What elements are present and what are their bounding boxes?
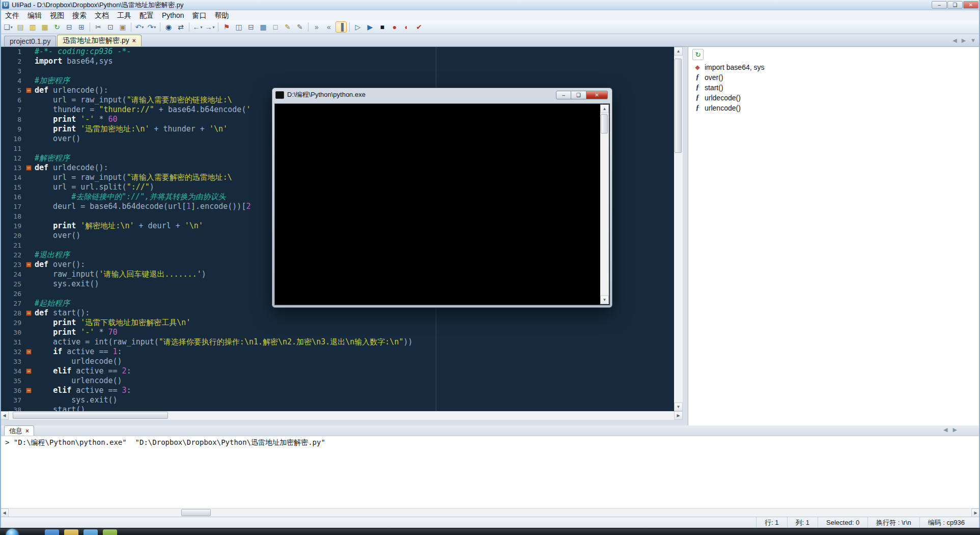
console-output[interactable]: ▲ ▼ (274, 103, 610, 305)
taskbar[interactable] (0, 528, 980, 535)
dropdown-caret-icon[interactable]: ▾ (142, 25, 144, 30)
code-line[interactable]: 4#加密程序 (0, 76, 674, 86)
scroll-left-arrow[interactable]: ◀ (0, 411, 9, 420)
run-button[interactable]: ▷ (352, 21, 363, 33)
taskbar-icon[interactable] (64, 529, 78, 535)
tab-nav-arrow[interactable]: ▶ (962, 37, 966, 44)
menu-item[interactable]: 工具 (113, 10, 135, 20)
tab-messages[interactable]: 信息 × (4, 425, 34, 436)
dropdown-caret-icon[interactable]: ▾ (154, 25, 156, 30)
outline-item[interactable]: ◆import base64, sys (688, 62, 980, 72)
fold-marker-icon[interactable]: − (26, 165, 32, 171)
print-preview-button[interactable]: ⊞ (76, 21, 87, 33)
refresh-outline-button[interactable]: ↻ (692, 49, 704, 60)
code-line[interactable]: 2import base64,sys (0, 57, 674, 66)
messages-horizontal-scrollbar[interactable]: ◀ ▶ (0, 508, 980, 517)
menu-item[interactable]: 配置 (135, 10, 158, 20)
fold-marker-icon[interactable]: − (26, 388, 32, 393)
fold-margin[interactable]: − (24, 366, 33, 376)
stop-button[interactable]: ■ (377, 21, 388, 33)
editor-vertical-scrollbar[interactable]: ▲ ▼ (674, 47, 683, 411)
find-button[interactable]: ◉ (163, 21, 174, 33)
fold-margin[interactable]: − (24, 347, 33, 357)
close-button[interactable]: ✕ (963, 1, 978, 9)
fold-marker-icon[interactable]: − (26, 349, 32, 355)
code-line[interactable]: 30 print '-' * 70 (0, 328, 674, 337)
bottom-nav-arrow[interactable]: ▶ (953, 426, 957, 433)
scroll-up-arrow[interactable]: ▲ (600, 104, 609, 113)
menu-item[interactable]: 文件 (1, 10, 23, 20)
cut-button[interactable]: ✂ (93, 21, 104, 33)
code-line[interactable]: 31 active = int(raw_input("请选择你要执行的操作:\n… (0, 337, 674, 347)
fold-marker-icon[interactable]: − (26, 310, 32, 316)
panel-splitter-vertical[interactable] (683, 47, 688, 425)
tab-nav-arrow[interactable]: ◀ (953, 37, 957, 44)
code-line[interactable]: 32− if active == 1: (0, 347, 674, 357)
replace-button[interactable]: ⇄ (175, 21, 186, 33)
menu-item[interactable]: 帮助 (211, 10, 233, 20)
run-script-button[interactable]: ▶ (365, 21, 376, 33)
print-button[interactable]: ⊟ (64, 21, 75, 33)
code-line[interactable]: 33 urldecode() (0, 357, 674, 366)
paste-button[interactable]: ▣ (117, 21, 128, 33)
undo-button[interactable]: ↶▾ (134, 21, 145, 33)
code-line[interactable]: 35 urlencode() (0, 376, 674, 386)
outline-item[interactable]: ƒover() (688, 72, 980, 83)
split-vertical-button[interactable]: ⊟ (245, 21, 257, 33)
go-back-button[interactable]: ←▾ (192, 21, 203, 33)
taskbar-icon[interactable] (83, 529, 98, 535)
console-window[interactable]: D:\编程\Python\python.exe – ❑ ✕ ▲ ▼ (272, 88, 612, 308)
copy-button[interactable]: ⊡ (105, 21, 116, 33)
redo-button[interactable]: ↷▾ (146, 21, 157, 33)
menu-item[interactable]: 文档 (91, 10, 113, 20)
message-panel[interactable]: > "D:\编程\Python\python.exe" "D:\Dropbox\… (0, 436, 980, 508)
tab-close-icon[interactable]: × (132, 37, 136, 44)
new-file-button[interactable]: ❏▾ (3, 21, 14, 33)
coverage-button[interactable]: ◐ (401, 21, 412, 33)
dropdown-caret-icon[interactable]: ▾ (200, 25, 202, 30)
scroll-left-arrow[interactable]: ◀ (0, 509, 9, 517)
panel-splitter-horizontal[interactable] (0, 420, 683, 425)
menu-item[interactable]: 编辑 (23, 10, 46, 20)
split-horizontal-button[interactable]: ◫ (233, 21, 244, 33)
code-line[interactable]: 38 start() (0, 405, 674, 411)
save-all-button[interactable]: ▦ (39, 21, 50, 33)
console-scrollbar[interactable]: ▲ ▼ (600, 104, 609, 304)
split-grid-button[interactable]: ▦ (258, 21, 269, 33)
scroll-right-arrow[interactable]: ▶ (674, 411, 683, 420)
taskbar-icon[interactable] (103, 529, 117, 535)
maximize-button[interactable]: ❑ (947, 1, 963, 9)
fold-margin[interactable]: − (24, 260, 33, 270)
tab-active-document[interactable]: 迅雷地址加密解密.py× (57, 35, 142, 46)
code-line[interactable]: 37 sys.exit() (0, 395, 674, 405)
dropdown-caret-icon[interactable]: ▾ (11, 25, 13, 30)
editor-vscroll-thumb[interactable] (675, 59, 682, 153)
go-forward-button[interactable]: →▾ (204, 21, 215, 33)
editor-hscroll-thumb[interactable] (13, 412, 168, 419)
edge-column-toggle-button[interactable]: ▐ (335, 21, 347, 33)
code-line[interactable]: 28−def start(): (0, 308, 674, 318)
console-title-bar[interactable]: D:\编程\Python\python.exe – ❑ ✕ (272, 88, 612, 101)
macro-button[interactable]: ✎ (294, 21, 305, 33)
fold-margin[interactable]: − (24, 308, 33, 318)
scroll-down-arrow[interactable]: ▼ (674, 403, 683, 411)
console-close-button[interactable]: ✕ (586, 91, 608, 99)
open-file-button[interactable]: ▤ (15, 21, 26, 33)
console-scroll-thumb[interactable] (601, 114, 608, 133)
start-button[interactable] (6, 529, 18, 535)
messages-tab-close-icon[interactable]: × (25, 427, 29, 435)
outline-item[interactable]: ƒurldecode() (688, 93, 980, 103)
tab-document[interactable]: project0.1.py (4, 36, 56, 46)
messages-hscroll-thumb[interactable] (181, 509, 211, 516)
minimize-button[interactable]: – (932, 1, 947, 9)
snippet-button[interactable]: ✎ (282, 21, 293, 33)
dedent-button[interactable]: « (323, 21, 334, 33)
fold-marker-icon[interactable]: − (26, 262, 32, 268)
save-file-button[interactable]: ▥ (27, 21, 38, 33)
code-line[interactable]: 3 (0, 66, 674, 76)
menu-item[interactable]: 窗口 (188, 10, 211, 20)
menu-item[interactable]: Python (158, 10, 188, 20)
tab-nav-arrow[interactable]: ▼ (970, 37, 976, 44)
menu-item[interactable]: 搜索 (68, 10, 91, 20)
title-bar[interactable]: U UliPad - D:\Dropbox\Dropbox\Python\迅雷地… (0, 0, 980, 10)
